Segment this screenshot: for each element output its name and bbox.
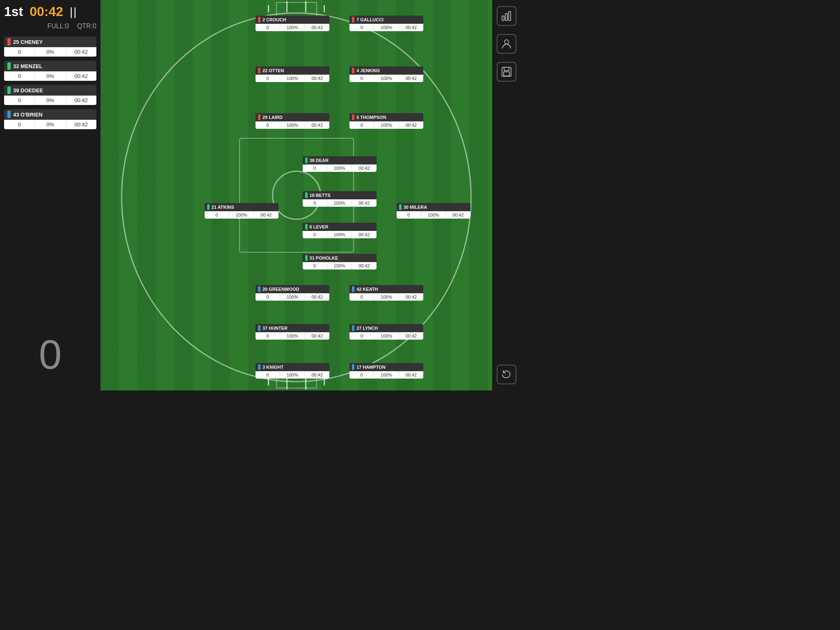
field-player-label: 20 GREENWOOD — [262, 287, 299, 292]
status-indicator — [7, 111, 11, 118]
field-score-cell: 0 — [256, 75, 280, 82]
field-player-hampton[interactable]: 17 HAMPTON 0 100% 00:42 — [349, 363, 423, 379]
field-player-name-bar: 6 LEVER — [303, 223, 377, 231]
field-score-cell: 0 — [349, 121, 374, 129]
field-pct-cell: 100% — [374, 293, 399, 301]
field-score-cell: 0 — [303, 231, 327, 238]
sidebar-player-o'brien[interactable]: 43 O'BRIEN 0 0% 00:42 — [4, 109, 96, 129]
field-player-label: 37 HUNTER — [262, 326, 288, 331]
field-pct-cell: 100% — [280, 24, 305, 31]
field-player-lever[interactable]: 6 LEVER 0 100% 00:42 — [303, 223, 377, 238]
pct-cell: 0% — [35, 96, 66, 105]
field-player-stats: 0 100% 00:42 — [256, 121, 329, 129]
field-player-dear[interactable]: 38 DEAR 0 100% 00:42 — [303, 156, 377, 172]
field-status-indicator — [352, 114, 354, 120]
svg-rect-5 — [504, 67, 509, 71]
field-score-cell: 0 — [349, 332, 374, 340]
field-pct-cell: 100% — [229, 211, 254, 219]
field-score-cell: 0 — [256, 371, 280, 379]
field-score-cell: 0 — [303, 262, 327, 269]
field-score-cell: 0 — [303, 164, 327, 172]
field-status-indicator — [258, 286, 260, 292]
undo-button[interactable] — [497, 365, 516, 384]
field-pct-cell: 100% — [280, 75, 305, 82]
field-status-indicator — [352, 286, 354, 292]
player-name-bar: 43 O'BRIEN — [4, 109, 96, 120]
field-time-cell: 00:42 — [305, 371, 329, 379]
field-player-gallucci[interactable]: 7 GALLUCCI 0 100% 00:42 — [349, 16, 423, 31]
full-score: FULL:0 — [47, 23, 68, 30]
sidebar-player-doedee[interactable]: 39 DOEDEE 0 0% 00:42 — [4, 85, 96, 105]
field-time-cell: 00:42 — [399, 293, 423, 301]
field-player-keath[interactable]: 42 KEATH 0 100% 00:42 — [349, 285, 423, 301]
field-status-indicator — [352, 68, 354, 73]
field-player-label: 7 GALLUCCI — [356, 17, 383, 22]
field-status-indicator — [258, 17, 260, 23]
score-cell: 0 — [4, 71, 35, 81]
field-player-stats: 0 100% 00:42 — [349, 371, 423, 379]
field-player-name-bar: 7 GALLUCCI — [349, 16, 423, 24]
field-player-betts[interactable]: 18 BETTS 0 100% 00:42 — [303, 191, 377, 207]
field-player-stats: 0 100% 00:42 — [349, 332, 423, 340]
field-time-cell: 00:42 — [399, 371, 423, 379]
sidebar-player-cheney[interactable]: 25 CHENEY 0 0% 00:42 — [4, 37, 96, 57]
field-player-knight[interactable]: 3 KNIGHT 0 100% 00:42 — [256, 363, 329, 379]
field-score-cell: 0 — [256, 332, 280, 340]
field-player-name-bar: 20 GREENWOOD — [256, 285, 329, 293]
field-player-name-bar: 22 OTTEN — [256, 66, 329, 75]
goalposts-top — [268, 0, 325, 12]
field-player-jenkins[interactable]: 4 JENKINS 0 100% 00:42 — [349, 66, 423, 82]
status-indicator — [7, 87, 11, 94]
field-status-indicator — [399, 204, 402, 210]
field-player-stats: 0 100% 00:42 — [256, 24, 329, 31]
field-player-label: 21 ATKINS — [212, 205, 234, 210]
svg-rect-6 — [504, 72, 509, 76]
save-button[interactable] — [497, 62, 516, 82]
field-player-stats: 0 100% 00:42 — [303, 262, 377, 269]
field-player-stats: 0 100% 00:42 — [349, 121, 423, 129]
big-score-display: 0 — [4, 323, 96, 386]
field-time-cell: 00:42 — [305, 121, 329, 129]
field-pct-cell: 100% — [374, 24, 399, 31]
pct-cell: 0% — [35, 71, 66, 81]
field-time-cell: 00:42 — [399, 75, 423, 82]
field-status-indicator — [352, 17, 354, 23]
field-player-crouch[interactable]: 2 CROUCH 0 100% 00:42 — [256, 16, 329, 31]
field-player-stats: 0 100% 00:42 — [256, 371, 329, 379]
stats-button[interactable] — [497, 6, 516, 26]
field-pct-cell: 100% — [280, 121, 305, 129]
field-player-otten[interactable]: 22 OTTEN 0 100% 00:42 — [256, 66, 329, 82]
field-player-laird[interactable]: 29 LAIRD 0 100% 00:42 — [256, 113, 329, 129]
field-player-name-bar: 29 LAIRD — [256, 113, 329, 121]
field-player-atkins[interactable]: 21 ATKINS 0 100% 00:42 — [205, 203, 278, 219]
field-time-cell: 00:42 — [254, 211, 278, 219]
field-time-cell: 00:42 — [352, 199, 376, 207]
field-pct-cell: 100% — [327, 231, 352, 238]
field-player-lynch[interactable]: 27 LYNCH 0 100% 00:42 — [349, 324, 423, 340]
field-score-cell: 0 — [349, 75, 374, 82]
field-status-indicator — [352, 364, 354, 370]
pause-icon[interactable]: || — [70, 5, 78, 18]
field-score-cell: 0 — [256, 293, 280, 301]
field-pct-cell: 100% — [280, 332, 305, 340]
field-player-stats: 0 100% 00:42 — [397, 211, 470, 219]
pct-cell: 0% — [35, 47, 66, 57]
field-player-label: 31 POHOLKE — [310, 256, 338, 260]
field-pct-cell: 100% — [374, 332, 399, 340]
field-player-name-bar: 30 MILERA — [397, 203, 470, 211]
field-player-milera[interactable]: 30 MILERA 0 100% 00:42 — [397, 203, 470, 219]
goalposts-bottom — [268, 378, 325, 390]
field-player-hunter[interactable]: 37 HUNTER 0 100% 00:42 — [256, 324, 329, 340]
field-player-thompson[interactable]: 5 THOMPSON 0 100% 00:42 — [349, 113, 423, 129]
field-player-stats: 0 100% 00:42 — [349, 293, 423, 301]
field-status-indicator — [305, 255, 308, 261]
player-button[interactable] — [497, 34, 516, 54]
field-score-cell: 0 — [349, 293, 374, 301]
quarter-label: 1st — [4, 4, 23, 19]
field-score-cell: 0 — [397, 211, 421, 219]
field-player-poholke[interactable]: 31 POHOLKE 0 100% 00:42 — [303, 254, 377, 269]
field-player-greenwood[interactable]: 20 GREENWOOD 0 100% 00:42 — [256, 285, 329, 301]
player-stats: 0 0% 00:42 — [4, 47, 96, 57]
sidebar-player-menzel[interactable]: 32 MENZEL 0 0% 00:42 — [4, 61, 96, 81]
left-sidebar: 1st 00:42 || FULL:0 QTR:0 25 CHENEY 0 0%… — [0, 0, 100, 390]
